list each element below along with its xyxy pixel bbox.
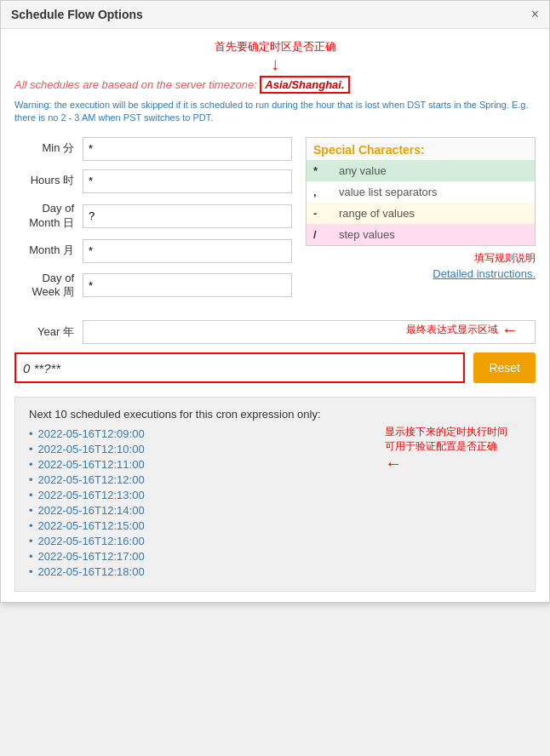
executions-list: 2022-05-16T12:09:002022-05-16T12:10:0020… <box>29 427 376 578</box>
dialog-header: Schedule Flow Options × <box>1 1 549 29</box>
min-label: Min 分 <box>14 141 83 156</box>
sc-symbol-star: * <box>307 160 332 181</box>
top-annotation: 首先要确定时区是否正确 ↓ <box>14 39 536 74</box>
sc-symbol-slash: / <box>307 224 332 245</box>
year-label: Year 年 <box>14 325 83 340</box>
sc-desc-range: range of values <box>332 203 535 224</box>
day-of-week-label: Day ofWeek 周 <box>14 272 83 301</box>
down-arrow-icon: ↓ <box>271 54 279 74</box>
month-row: Month 月 <box>14 239 292 263</box>
executions-title: Next 10 scheduled executions for this cr… <box>29 408 376 421</box>
day-of-week-row: Day ofWeek 周 <box>14 272 292 301</box>
sc-desc-step: step values <box>332 224 535 245</box>
list-item: 2022-05-16T12:09:00 <box>29 427 376 440</box>
day-of-month-input[interactable] <box>83 204 292 228</box>
month-label: Month 月 <box>14 243 83 258</box>
list-item: 2022-05-16T12:13:00 <box>29 489 376 501</box>
top-annotation-text: 首先要确定时区是否正确 <box>215 40 336 53</box>
year-section: Year 年 最终表达式显示区域 ← <box>14 320 536 344</box>
right-panel: Special Characters: * any value , value … <box>306 137 536 309</box>
sc-row-range: - range of values <box>307 203 535 224</box>
timezone-value: Asia/Shanghai. <box>260 76 349 94</box>
list-item: 2022-05-16T12:16:00 <box>29 535 376 547</box>
timezone-prefix: All schedules are basead on the server t… <box>14 78 257 91</box>
executions-annotation: 显示接下来的定时执行时间可用于验证配置是否正确 ← <box>385 408 521 473</box>
day-of-month-label: Day ofMonth 日 <box>14 202 83 231</box>
month-input[interactable] <box>83 239 292 263</box>
day-of-week-input[interactable] <box>83 273 292 297</box>
hours-row: Hours 时 <box>14 169 292 193</box>
list-item: 2022-05-16T12:14:00 <box>29 504 376 517</box>
sc-row-any: * any value <box>307 160 535 181</box>
detailed-instructions-link[interactable]: Detailed instructions. <box>433 267 536 280</box>
list-item: 2022-05-16T12:11:00 <box>29 458 376 471</box>
sc-row-step: / step values <box>307 224 535 245</box>
year-annotation-text: 最终表达式显示区域 <box>406 323 498 337</box>
list-item: 2022-05-16T12:17:00 <box>29 550 376 563</box>
list-item: 2022-05-16T12:15:00 <box>29 519 376 532</box>
timezone-row: All schedules are basead on the server t… <box>14 76 536 94</box>
sc-row-list: , value list separators <box>307 181 535 203</box>
expression-row: Reset <box>14 352 536 383</box>
day-of-month-row: Day ofMonth 日 <box>14 202 292 231</box>
sc-symbol-dash: - <box>307 203 332 224</box>
schedule-flow-dialog: Schedule Flow Options × 首先要确定时区是否正确 ↓ Al… <box>0 0 550 603</box>
hours-input[interactable] <box>83 169 292 193</box>
min-row: Min 分 <box>14 137 292 161</box>
left-arrow-icon: ← <box>501 320 518 340</box>
dialog-body: 首先要确定时区是否正确 ↓ All schedules are basead o… <box>1 29 549 602</box>
instructions-link-row: Detailed instructions. <box>306 267 536 280</box>
instructions-area: 填写规则说明 <box>306 251 536 266</box>
list-item: 2022-05-16T12:12:00 <box>29 473 376 486</box>
sc-desc-list: value list separators <box>332 181 535 203</box>
main-content: Min 分 Hours 时 Day ofMonth 日 Month 月 <box>14 137 536 309</box>
hours-label: Hours 时 <box>14 174 83 188</box>
special-chars-box: Special Characters: * any value , value … <box>306 137 536 246</box>
special-chars-title: Special Characters: <box>307 138 535 160</box>
expression-section: Year 年 最终表达式显示区域 ← Reset <box>14 320 536 383</box>
list-item: 2022-05-16T12:18:00 <box>29 565 376 578</box>
close-button[interactable]: × <box>531 8 539 21</box>
sc-symbol-comma: , <box>307 181 332 203</box>
reset-button[interactable]: Reset <box>473 352 536 383</box>
list-item: 2022-05-16T12:10:00 <box>29 443 376 455</box>
left-panel: Min 分 Hours 时 Day ofMonth 日 Month 月 <box>14 137 292 309</box>
min-input[interactable] <box>83 137 292 161</box>
special-chars-table: * any value , value list separators - ra… <box>307 160 535 245</box>
left-arrow2-icon: ← <box>385 454 402 472</box>
sc-desc-any: any value <box>332 160 535 181</box>
year-annotation: 最终表达式显示区域 ← <box>406 320 518 340</box>
expression-input[interactable] <box>14 352 465 383</box>
dialog-title: Schedule Flow Options <box>11 8 143 21</box>
instructions-annotation: 填写规则说明 <box>474 251 536 266</box>
executions-section: Next 10 scheduled executions for this cr… <box>14 397 536 592</box>
warning-text: Warning: the execution will be skipped i… <box>14 99 536 125</box>
